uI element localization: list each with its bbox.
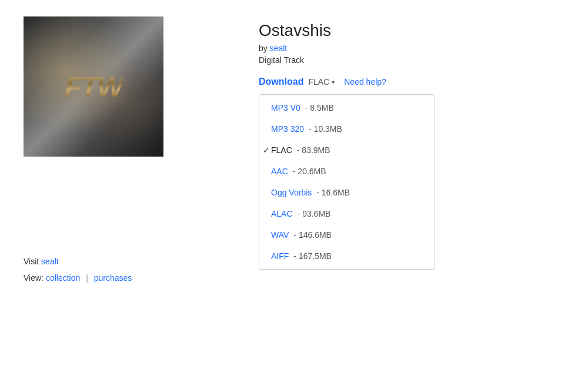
chevron-down-icon: ▾	[332, 79, 335, 85]
artist-link[interactable]: sealt	[41, 257, 59, 266]
format-link-wav[interactable]: WAV	[271, 230, 289, 240]
artist-line: by sealt	[259, 44, 564, 53]
format-size-wav: - 146.6MB	[293, 230, 332, 240]
format-size-flac: - 83.9MB	[297, 145, 330, 155]
format-link-alac[interactable]: ALAC	[271, 209, 293, 218]
format-size-oggvorbis: - 16.6MB	[316, 188, 350, 197]
format-name-flac: FLAC	[271, 145, 292, 155]
format-size-mp3v0: - 8.5MB	[305, 103, 334, 112]
download-bar: Download FLAC ▾ Need help?	[259, 77, 564, 87]
album-art: FTW	[24, 16, 163, 157]
format-link-oggvorbis[interactable]: Ogg Vorbis	[271, 188, 312, 197]
collection-link[interactable]: collection	[46, 273, 80, 283]
format-selector[interactable]: FLAC ▾	[308, 77, 335, 87]
format-item-wav[interactable]: ✓WAV - 146.6MB	[259, 224, 435, 245]
visit-section: Visit sealt	[24, 257, 59, 266]
format-item-oggvorbis[interactable]: ✓Ogg Vorbis - 16.6MB	[259, 182, 435, 203]
format-size-aac: - 20.6MB	[293, 167, 326, 176]
visit-label: Visit	[24, 257, 39, 266]
format-label: FLAC	[308, 77, 329, 87]
right-panel: Ostavshis by sealt Digital Track Downloa…	[259, 16, 564, 283]
format-item-mp3v0[interactable]: ✓MP3 V0 - 8.5MB	[259, 97, 435, 118]
format-size-mp3320: - 10.3MB	[309, 124, 342, 134]
format-item-alac[interactable]: ✓ALAC - 93.6MB	[259, 203, 435, 224]
format-size-alac: - 93.6MB	[298, 209, 331, 218]
purchases-link[interactable]: purchases	[94, 273, 132, 283]
album-art-decoration: FTW	[65, 71, 122, 103]
format-item-aiff[interactable]: ✓AIFF - 167.5MB	[259, 245, 435, 267]
track-title: Ostavshis	[259, 21, 564, 40]
format-link-mp3320[interactable]: MP3 320	[271, 124, 304, 134]
format-size-aiff: - 167.5MB	[293, 251, 332, 261]
track-type: Digital Track	[259, 55, 564, 65]
download-button[interactable]: Download	[259, 77, 303, 87]
artist-name[interactable]: sealt	[270, 44, 288, 53]
format-link-aiff[interactable]: AIFF	[271, 251, 289, 261]
view-section: View: collection | purchases	[24, 273, 132, 283]
left-panel: FTW Visit sealt View: collection | purch…	[24, 16, 235, 283]
format-item-aac[interactable]: ✓AAC - 20.6MB	[259, 161, 435, 182]
format-link-aac[interactable]: AAC	[271, 167, 288, 176]
format-dropdown: ✓MP3 V0 - 8.5MB✓MP3 320 - 10.3MB✓FLAC - …	[259, 94, 435, 270]
format-link-mp3v0[interactable]: MP3 V0	[271, 103, 300, 112]
need-help-button[interactable]: Need help?	[344, 77, 386, 87]
check-mark-icon: ✓	[263, 145, 270, 155]
view-label: View:	[24, 273, 44, 283]
separator: |	[86, 273, 88, 283]
format-item-mp3320[interactable]: ✓MP3 320 - 10.3MB	[259, 118, 435, 140]
format-item-flac[interactable]: ✓FLAC - 83.9MB	[259, 140, 435, 161]
artist-prefix: by	[259, 44, 268, 53]
